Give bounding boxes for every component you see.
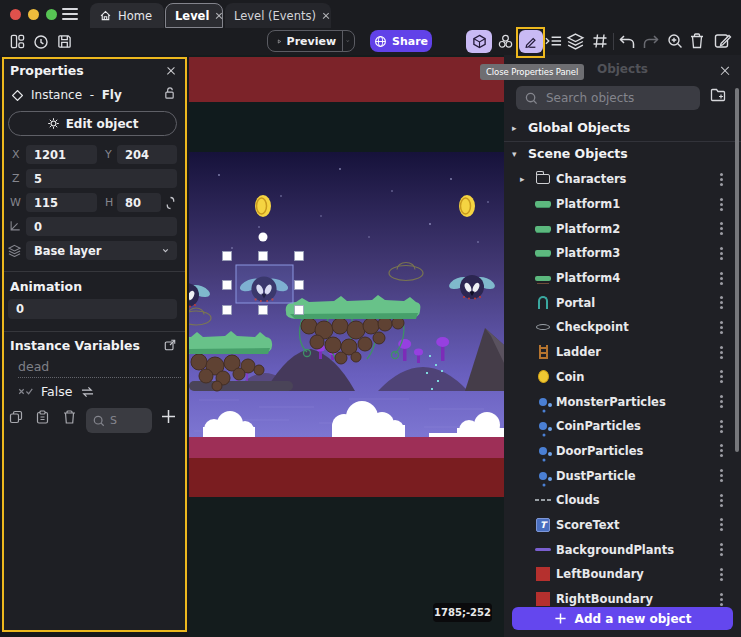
objects-editor-icon[interactable] bbox=[466, 30, 492, 53]
object-groups-icon[interactable] bbox=[494, 30, 516, 53]
menu-icon[interactable] bbox=[62, 8, 78, 20]
object-row[interactable]: Platform4 bbox=[504, 266, 741, 291]
object-row[interactable]: DoorParticles bbox=[504, 439, 741, 464]
angle-input[interactable]: 0 bbox=[26, 217, 177, 236]
tab-level-events[interactable]: Level (Events) bbox=[225, 3, 331, 28]
lock-ratio-icon[interactable] bbox=[165, 196, 176, 210]
home-icon bbox=[99, 9, 112, 22]
object-menu-icon[interactable] bbox=[720, 474, 723, 477]
unlock-icon[interactable] bbox=[164, 87, 175, 99]
swap-value-icon[interactable] bbox=[80, 386, 95, 398]
object-menu-icon[interactable] bbox=[720, 523, 723, 526]
h-input[interactable]: 80 bbox=[117, 193, 161, 212]
save-icon[interactable] bbox=[57, 34, 72, 49]
variable-value[interactable]: False bbox=[41, 384, 72, 399]
w-input[interactable]: 115 bbox=[26, 193, 97, 212]
share-button[interactable]: Share bbox=[370, 30, 432, 52]
tooltip: Close Properties Panel bbox=[480, 64, 584, 80]
delete-variable-icon[interactable] bbox=[63, 410, 76, 424]
object-menu-icon[interactable] bbox=[720, 425, 723, 428]
tab-level[interactable]: Level bbox=[165, 3, 223, 28]
preview-button[interactable]: Preview bbox=[267, 30, 355, 52]
zoom-in-icon[interactable] bbox=[667, 33, 683, 49]
object-row[interactable]: Clouds bbox=[504, 488, 741, 513]
object-row[interactable]: LeftBoundary bbox=[504, 562, 741, 587]
tab-level-close-icon[interactable] bbox=[215, 12, 223, 20]
title-bar: Home Level Level (Events) bbox=[0, 0, 741, 28]
copy-icon[interactable] bbox=[9, 410, 23, 424]
variable-name[interactable]: dead bbox=[18, 359, 49, 374]
object-menu-icon[interactable] bbox=[720, 573, 723, 576]
object-row[interactable]: T ScoreText bbox=[504, 513, 741, 538]
object-menu-icon[interactable] bbox=[720, 449, 723, 452]
variables-search-input[interactable]: S bbox=[86, 408, 152, 433]
object-menu-icon[interactable] bbox=[720, 598, 723, 601]
animation-input[interactable]: 0 bbox=[8, 299, 177, 319]
grid-icon[interactable] bbox=[592, 33, 608, 49]
add-folder-icon[interactable] bbox=[710, 88, 726, 102]
object-menu-icon[interactable] bbox=[720, 375, 723, 378]
object-row[interactable]: Coin bbox=[504, 365, 741, 390]
object-label: LeftBoundary bbox=[556, 567, 644, 581]
object-row[interactable]: Platform1 bbox=[504, 192, 741, 217]
object-menu-icon[interactable] bbox=[720, 252, 723, 255]
redo-icon[interactable] bbox=[643, 35, 659, 49]
paste-icon[interactable] bbox=[36, 410, 49, 424]
traffic-light-zoom[interactable] bbox=[46, 9, 57, 20]
edit-scene-icon[interactable] bbox=[714, 32, 732, 50]
scene-objects-group[interactable]: ▾ Scene Objects bbox=[512, 146, 628, 161]
object-menu-icon[interactable] bbox=[720, 178, 723, 181]
preview-dropdown-icon[interactable] bbox=[346, 36, 350, 46]
object-menu-icon[interactable] bbox=[720, 301, 723, 304]
plus-icon bbox=[554, 612, 567, 625]
edit-object-button[interactable]: Edit object bbox=[8, 111, 177, 136]
project-manager-icon[interactable] bbox=[10, 34, 25, 49]
objects-panel-close-icon[interactable] bbox=[719, 65, 730, 76]
object-row[interactable]: BackgroundPlants bbox=[504, 537, 741, 562]
object-row[interactable]: Portal bbox=[504, 290, 741, 315]
z-input[interactable]: 5 bbox=[26, 169, 177, 188]
object-row[interactable]: MonsterParticles bbox=[504, 389, 741, 414]
add-object-button[interactable]: Add a new object bbox=[512, 607, 733, 630]
x-input[interactable]: 1201 bbox=[26, 145, 97, 164]
tab-home[interactable]: Home bbox=[90, 3, 164, 28]
object-row[interactable]: Checkpoint bbox=[504, 315, 741, 340]
object-row[interactable]: CoinParticles bbox=[504, 414, 741, 439]
layers-icon[interactable] bbox=[566, 32, 585, 51]
traffic-light-close[interactable] bbox=[10, 9, 21, 20]
cursor-coordinates: 1785;-252 bbox=[433, 603, 492, 622]
object-row[interactable]: Platform2 bbox=[504, 216, 741, 241]
object-menu-icon[interactable] bbox=[720, 400, 723, 403]
object-menu-icon[interactable] bbox=[720, 277, 723, 280]
object-menu-icon[interactable] bbox=[720, 499, 723, 502]
open-variables-icon[interactable] bbox=[164, 339, 176, 351]
instance-header: Instance - Fly bbox=[12, 88, 122, 102]
x-label: X bbox=[12, 148, 20, 161]
object-menu-icon[interactable] bbox=[720, 326, 723, 329]
undo-icon[interactable] bbox=[619, 35, 635, 49]
trash-icon[interactable] bbox=[690, 33, 704, 49]
object-row[interactable]: ▸ Characters bbox=[504, 167, 741, 192]
add-variable-icon[interactable] bbox=[159, 407, 178, 426]
tab-level-label: Level bbox=[175, 9, 209, 23]
instances-list-icon[interactable] bbox=[545, 34, 562, 48]
object-menu-icon[interactable] bbox=[720, 548, 723, 551]
folder-chevron-icon[interactable]: ▸ bbox=[520, 174, 525, 184]
object-menu-icon[interactable] bbox=[720, 351, 723, 354]
global-objects-group[interactable]: ▸ Global Objects bbox=[512, 120, 630, 135]
history-icon[interactable] bbox=[33, 34, 49, 50]
objects-search-input[interactable]: Search objects bbox=[516, 86, 700, 110]
properties-panel-close-icon[interactable] bbox=[166, 66, 176, 76]
traffic-light-minimize[interactable] bbox=[28, 9, 39, 20]
tab-level-events-close-icon[interactable] bbox=[322, 12, 330, 20]
object-row[interactable]: DustParticle bbox=[504, 463, 741, 488]
scrollbar[interactable] bbox=[735, 88, 739, 452]
object-menu-icon[interactable] bbox=[720, 203, 723, 206]
object-row[interactable]: Platform3 bbox=[504, 241, 741, 266]
layer-select[interactable]: Base layer bbox=[26, 241, 177, 260]
object-label: CoinParticles bbox=[556, 419, 641, 433]
object-menu-icon[interactable] bbox=[720, 227, 723, 230]
y-input[interactable]: 204 bbox=[117, 145, 177, 164]
object-row[interactable]: Ladder bbox=[504, 340, 741, 365]
scene-canvas[interactable]: 1785;-252 bbox=[189, 55, 504, 637]
